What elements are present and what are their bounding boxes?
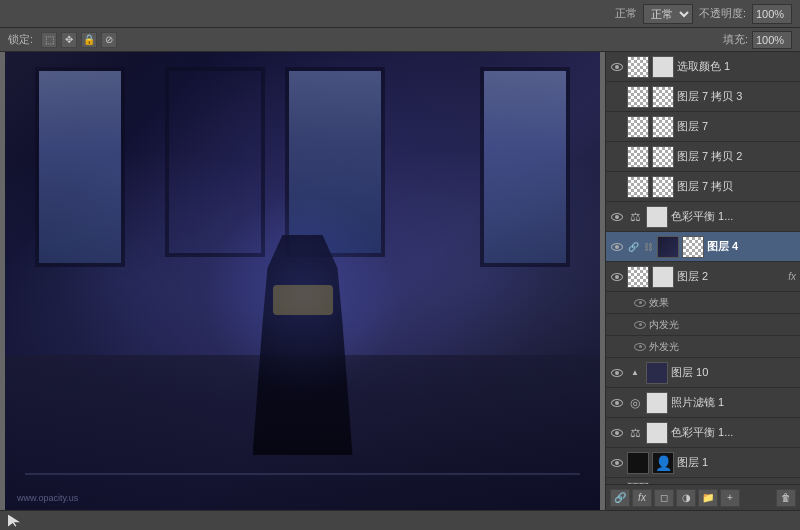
delete-layer-btn[interactable]: 🗑: [776, 489, 796, 507]
adjustment-btn[interactable]: ◑: [676, 489, 696, 507]
layer-inner-glow-item: 内发光: [606, 314, 800, 336]
top-bar: 正常 正常 不透明度:: [0, 0, 800, 28]
eye-icon: [611, 369, 623, 377]
link-layers-btn[interactable]: 🔗: [610, 489, 630, 507]
layer-visibility-btn[interactable]: [610, 180, 624, 194]
layer-mask-thumb: [682, 236, 704, 258]
lock-extra-btn[interactable]: ⊘: [101, 32, 117, 48]
layer-item[interactable]: 选取颜色 1: [606, 52, 800, 82]
layer-visibility-btn[interactable]: [610, 240, 624, 254]
layer-name: 选取颜色 1: [677, 59, 796, 74]
lock-position-btn[interactable]: ✥: [61, 32, 77, 48]
opacity-input[interactable]: [752, 4, 792, 24]
layer-mask-thumb: [652, 56, 674, 78]
layer-item[interactable]: ⚖ 色彩平衡 1...: [606, 202, 800, 232]
effect-visibility[interactable]: [634, 321, 646, 329]
layer-thumb: [646, 422, 668, 444]
layer-visibility-btn[interactable]: [610, 396, 624, 410]
adj-icon: ⚖: [627, 209, 643, 225]
eye-icon: [611, 459, 623, 467]
layer-thumb: [627, 452, 649, 474]
group-btn[interactable]: 📁: [698, 489, 718, 507]
layer-visibility-btn[interactable]: [610, 150, 624, 164]
book-glow: [273, 285, 333, 315]
eye-icon: [611, 399, 623, 407]
layer-name: 图层 4: [707, 239, 796, 254]
layer-thumb: [646, 362, 668, 384]
layer-mask-thumb: [652, 266, 674, 288]
layer-item[interactable]: 图层 2: [606, 262, 800, 292]
layer-visibility-btn[interactable]: [610, 426, 624, 440]
layer-item[interactable]: ⚖ 色彩平衡 1...: [606, 418, 800, 448]
eye-icon: [611, 213, 623, 221]
layer-visibility-btn[interactable]: [610, 120, 624, 134]
layer-visibility-btn[interactable]: [610, 90, 624, 104]
layer-thumb: [627, 176, 649, 198]
fill-label: 填充:: [723, 32, 748, 47]
layer-item-partial[interactable]: ...: [606, 478, 800, 484]
watermark: www.opacity.us: [17, 493, 78, 503]
layer-thumb: [627, 86, 649, 108]
layer-item[interactable]: 图层 7 拷贝: [606, 172, 800, 202]
layer-item-selected[interactable]: 🔗 ⛓ 图层 4: [606, 232, 800, 262]
fill-input[interactable]: [752, 31, 792, 49]
layer-name: 色彩平衡 1...: [671, 209, 796, 224]
blend-mode-label: 正常: [615, 6, 637, 21]
layer-name: 图层 7 拷贝 3: [677, 89, 796, 104]
layer-name: 图层 7: [677, 119, 796, 134]
effect-visibility[interactable]: [634, 299, 646, 307]
fx-btn[interactable]: fx: [632, 489, 652, 507]
layer-name: 图层 1: [677, 455, 796, 470]
lock-label: 锁定:: [8, 32, 33, 47]
layer-name: 图层 2: [677, 269, 796, 284]
layer-mask-icon: ⛓: [642, 240, 654, 254]
layer-name: 图层 7 拷贝: [677, 179, 796, 194]
layer-thumb: [627, 266, 649, 288]
bottom-status-bar: [0, 510, 800, 530]
layer-thumb: [627, 56, 649, 78]
canvas-area[interactable]: www.opacity.us: [0, 52, 605, 510]
layer-effect-item: 效果: [606, 292, 800, 314]
left-window: [35, 67, 125, 267]
eye-icon: [611, 273, 623, 281]
lock-bar: 锁定: ⬚ ✥ 🔒 ⊘ 填充:: [0, 28, 800, 52]
layer-name: 照片滤镜 1: [671, 395, 796, 410]
eye-icon: [611, 429, 623, 437]
layer-item[interactable]: 图层 7 拷贝 3: [606, 82, 800, 112]
layer-link-icon: 🔗: [627, 240, 639, 254]
lock-image-btn[interactable]: ⬚: [41, 32, 57, 48]
layer-item[interactable]: ◎ 照片滤镜 1: [606, 388, 800, 418]
new-layer-btn[interactable]: +: [720, 489, 740, 507]
layer-mask-thumb: [646, 206, 668, 228]
layer-thumb: [657, 236, 679, 258]
layer-mask-thumb: 👤: [652, 452, 674, 474]
layer-thumb: [646, 392, 668, 414]
layer-mask-thumb: [652, 146, 674, 168]
layer-item[interactable]: 👤 图层 1: [606, 448, 800, 478]
layer-visibility-btn[interactable]: [610, 60, 624, 74]
effect-name: 外发光: [649, 340, 796, 354]
lock-all-btn[interactable]: 🔒: [81, 32, 97, 48]
layer-thumb: [627, 116, 649, 138]
layers-panel: 选取颜色 1 图层 7 拷贝 3 图层 7 图层 7 拷贝: [605, 52, 800, 510]
fill-area: 填充:: [723, 31, 792, 49]
layer-item[interactable]: 图层 7: [606, 112, 800, 142]
layer-visibility-btn[interactable]: [610, 456, 624, 470]
layer-visibility-btn[interactable]: [610, 270, 624, 284]
layer-visibility-btn[interactable]: [610, 210, 624, 224]
effect-name: 效果: [649, 296, 796, 310]
opacity-label: 不透明度:: [699, 6, 746, 21]
layer-visibility-btn[interactable]: [610, 366, 624, 380]
layer-mask-thumb: [652, 176, 674, 198]
adj-icon: ▲: [627, 365, 643, 381]
layer-thumb: [627, 482, 649, 485]
layer-item[interactable]: 图层 7 拷贝 2: [606, 142, 800, 172]
adj-icon: ◎: [627, 395, 643, 411]
layer-scroll-area[interactable]: 选取颜色 1 图层 7 拷贝 3 图层 7 图层 7 拷贝: [606, 52, 800, 484]
layer-item[interactable]: ▲ 图层 10: [606, 358, 800, 388]
layer-mask-thumb: [652, 86, 674, 108]
layer-name: 图层 10: [671, 365, 796, 380]
add-mask-btn[interactable]: ◻: [654, 489, 674, 507]
effect-visibility[interactable]: [634, 343, 646, 351]
blend-mode-select[interactable]: 正常: [643, 4, 693, 24]
